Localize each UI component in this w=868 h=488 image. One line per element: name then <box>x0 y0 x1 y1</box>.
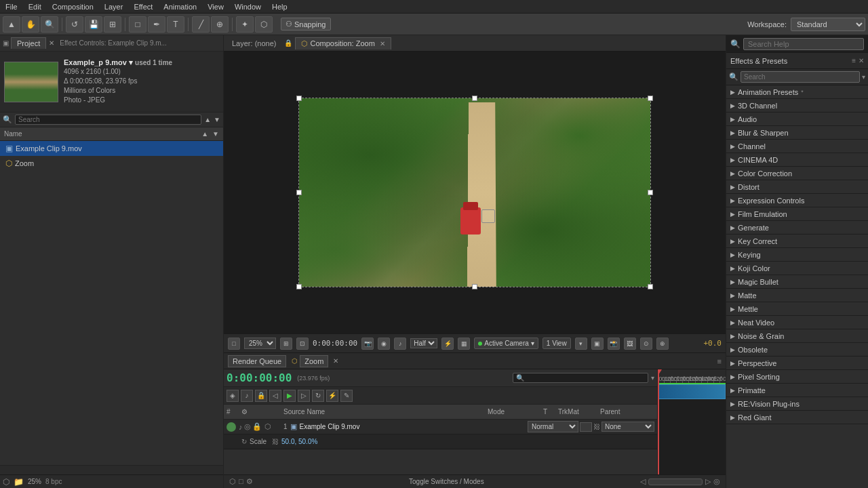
eff-cat-koji-color[interactable]: ▶ Koji Color <box>726 262 868 275</box>
eff-cat-channel[interactable]: ▶ Channel <box>726 140 868 153</box>
eff-cat-magic-bullet[interactable]: ▶ Magic Bullet <box>726 275 868 289</box>
effects-search-input[interactable] <box>741 71 860 83</box>
tool-clone[interactable]: ⊕ <box>211 16 229 33</box>
br-icon-1[interactable]: ◎ <box>713 477 720 486</box>
new-comp-icon[interactable]: ⬡ <box>3 477 9 487</box>
eff-cat-neat-video[interactable]: ▶ Neat Video <box>726 316 868 329</box>
vt-camera-btn[interactable]: 📷 <box>361 338 374 350</box>
view-1-btn[interactable]: 1 View <box>542 338 571 349</box>
handle-top-mid[interactable] <box>472 96 477 101</box>
layer-solo-icon[interactable]: ◎ <box>244 422 251 431</box>
project-sort-asc[interactable]: ▲ <box>204 116 211 123</box>
tl-layer-row[interactable]: ♪ ◎ 🔒 ⬡ 1 ▣ Example Clip 9.mov Normal ⛓ <box>224 420 657 434</box>
handle-bot-mid[interactable] <box>472 284 477 289</box>
menu-composition[interactable]: Composition <box>47 1 99 12</box>
tl-frame-back[interactable]: ◁ <box>269 390 281 402</box>
vt-3d-axis[interactable]: ⊕ <box>656 338 669 350</box>
tl-playhead[interactable] <box>658 369 659 474</box>
menu-edit[interactable]: Edit <box>23 1 47 12</box>
workspace-select[interactable]: Standard <box>791 18 865 31</box>
bl-icon-2[interactable]: □ <box>239 477 243 486</box>
project-tab[interactable]: Project <box>11 37 46 49</box>
effects-close-icon[interactable]: ✕ <box>859 57 864 64</box>
zoom-comp-close[interactable]: ✕ <box>333 357 338 365</box>
menu-window[interactable]: Window <box>229 1 267 12</box>
vt-audio-btn[interactable]: ♪ <box>394 338 406 350</box>
tl-toggle-audio[interactable]: ♪ <box>241 390 253 402</box>
tool-roto[interactable]: ⬡ <box>255 16 273 33</box>
file-row-zoom[interactable]: ⬡ Zoom <box>0 156 223 171</box>
vt-zoom-select[interactable]: 25% <box>244 338 276 349</box>
menu-effect[interactable]: Effect <box>128 1 158 12</box>
tool-text[interactable]: T <box>167 16 184 33</box>
eff-cat-film-emulation[interactable]: ▶ Film Emulation <box>726 207 868 221</box>
vt-opacity-btn[interactable]: ◉ <box>378 338 390 350</box>
layer-t-checkbox[interactable] <box>580 422 592 432</box>
tl-ruler[interactable]: 00:12f01:00f01:12f02:00f02:12f03:00f03:1… <box>658 369 726 384</box>
layer-audio-icon[interactable]: ♪ <box>239 423 243 431</box>
eff-cat-mettle[interactable]: ▶ Mettle <box>726 302 868 316</box>
render-queue-tab[interactable]: Render Queue <box>228 355 286 367</box>
tl-frame-fwd[interactable]: ▷ <box>298 390 310 402</box>
eff-cat-red-giant[interactable]: ▶ Red Giant <box>726 411 868 424</box>
tl-loop[interactable]: ↻ <box>312 390 324 402</box>
eff-cat-3d-channel[interactable]: ▶ 3D Channel <box>726 99 868 113</box>
toggle-switches-label[interactable]: Toggle Switches / Modes <box>409 478 484 485</box>
tl-play[interactable]: ▶ <box>283 390 296 402</box>
layer-mode-select[interactable]: Normal <box>528 421 578 432</box>
tool-hand[interactable]: ✋ <box>22 16 39 33</box>
eff-cat-key-correct[interactable]: ▶ Key Correct <box>726 235 868 248</box>
tool-zoom[interactable]: 🔍 <box>41 16 58 33</box>
handle-top-right[interactable] <box>648 96 653 101</box>
eff-cat-generate[interactable]: ▶ Generate <box>726 221 868 235</box>
vt-render-region[interactable]: ▣ <box>591 338 604 350</box>
br-scroll-left[interactable]: ◁ <box>640 477 646 486</box>
eff-cat-distort[interactable]: ▶ Distort <box>726 180 868 194</box>
tl-draft[interactable]: ✎ <box>340 390 353 402</box>
handle-mid-left[interactable] <box>296 190 302 195</box>
menu-help[interactable]: Help <box>267 1 293 12</box>
vt-always-preview[interactable]: □ <box>228 338 240 350</box>
eff-cat-pixel-sorting[interactable]: ▶ Pixel Sorting <box>726 370 868 384</box>
menu-view[interactable]: View <box>202 1 229 12</box>
eff-search-arrow[interactable]: ▾ <box>862 73 865 81</box>
eff-cat-blur--sharpen[interactable]: ▶ Blur & Sharpen <box>726 126 868 140</box>
tool-select[interactable]: ▲ <box>3 16 20 33</box>
comp-tab-close[interactable]: ✕ <box>380 40 385 47</box>
tl-settings-icon[interactable]: ≡ <box>717 357 722 365</box>
eff-cat-obsolete[interactable]: ▶ Obsolete <box>726 343 868 357</box>
effects-icon-1[interactable]: ≡ <box>852 57 856 64</box>
snapping-toggle[interactable]: ⚇ Snapping <box>281 18 331 30</box>
tl-ram-preview[interactable]: ⚡ <box>326 390 338 402</box>
tool-rotate-left[interactable]: ↺ <box>66 16 83 33</box>
tl-toggle-solo[interactable]: ◈ <box>226 390 239 402</box>
eff-cat-perspective[interactable]: ▶ Perspective <box>726 357 868 370</box>
comp-tab[interactable]: ⬡ Composition: Zoom ✕ <box>295 37 391 49</box>
vt-toggle-pixels[interactable]: ▦ <box>458 338 470 350</box>
menu-animation[interactable]: Animation <box>158 1 202 12</box>
vt-fit-btn[interactable]: ⊞ <box>280 338 292 350</box>
tool-grid[interactable]: ⊞ <box>104 16 121 33</box>
layer-parent-select[interactable]: None <box>601 422 654 432</box>
eff-cat-primatte[interactable]: ▶ Primatte <box>726 384 868 397</box>
vt-view-select[interactable]: ▾ <box>575 338 587 350</box>
layer-lock-icon[interactable]: 🔒 <box>252 422 262 431</box>
new-folder-icon[interactable]: 📁 <box>14 477 24 487</box>
menu-file[interactable]: File <box>0 1 23 12</box>
tool-puppet[interactable]: ✦ <box>236 16 254 33</box>
handle-bot-right[interactable] <box>648 284 653 289</box>
vt-show-snapshot[interactable]: 🖼 <box>624 338 636 350</box>
project-tab-close[interactable]: ✕ <box>49 39 54 47</box>
active-camera-btn[interactable]: Active Camera ▾ <box>474 338 538 349</box>
zoom-comp-tab[interactable]: ⬡ Zoom ✕ <box>292 355 338 367</box>
vt-snapshot[interactable]: 📸 <box>608 338 620 350</box>
eff-cat-expression-controls[interactable]: ▶ Expression Controls <box>726 194 868 207</box>
tl-toggle-lock[interactable]: 🔒 <box>255 390 267 402</box>
eff-cat-revision-plug-ins[interactable]: ▶ RE:Vision Plug-ins <box>726 397 868 411</box>
eff-cat-cinema-4d[interactable]: ▶ CINEMA 4D <box>726 153 868 167</box>
menu-layer[interactable]: Layer <box>99 1 129 12</box>
vt-pixel-aspect[interactable]: ⊡ <box>296 338 309 350</box>
handle-mid-right[interactable] <box>648 190 653 195</box>
tool-brush[interactable]: ╱ <box>192 16 210 33</box>
color-depth-label[interactable]: 25% <box>28 478 41 485</box>
